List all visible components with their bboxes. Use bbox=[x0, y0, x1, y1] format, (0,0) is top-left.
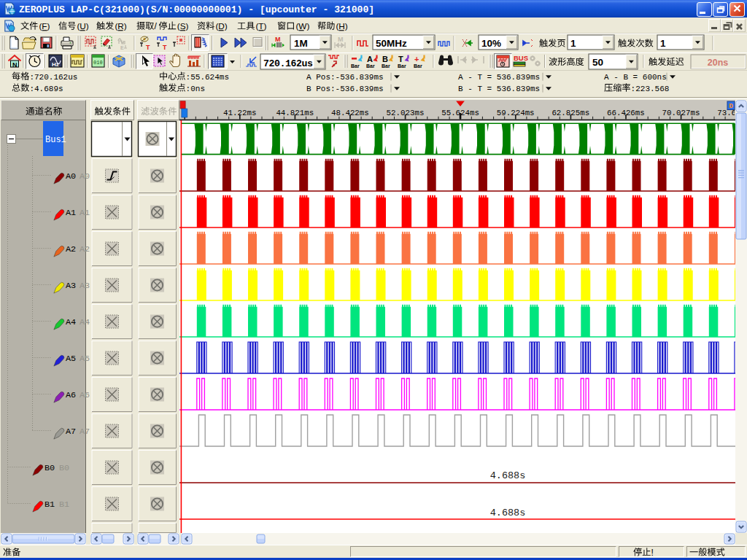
svg-text:A7: A7 bbox=[80, 427, 90, 437]
svg-text:1: 1 bbox=[570, 38, 576, 49]
svg-text:A - B = 600ns: A - B = 600ns bbox=[604, 73, 667, 82]
svg-text:ZEROPLUS LAP-C(321000)(S/N:000: ZEROPLUS LAP-C(321000)(S/N:00000000001) … bbox=[19, 4, 374, 15]
svg-text:A4: A4 bbox=[80, 317, 90, 327]
svg-text:B1: B1 bbox=[44, 499, 55, 510]
svg-text:A3: A3 bbox=[66, 281, 76, 291]
svg-text:A5: A5 bbox=[80, 354, 90, 364]
svg-text:A1: A1 bbox=[80, 208, 90, 218]
svg-text:A1: A1 bbox=[66, 208, 76, 218]
svg-text:(H): (H) bbox=[336, 21, 347, 31]
svg-text:10%: 10% bbox=[481, 38, 501, 49]
svg-text:B0: B0 bbox=[44, 463, 55, 473]
svg-text::223.568: :223.568 bbox=[631, 85, 670, 93]
svg-text:A2: A2 bbox=[80, 244, 90, 254]
svg-text:(D): (D) bbox=[215, 21, 227, 31]
svg-text:!: ! bbox=[651, 548, 654, 558]
svg-text:4.688s: 4.688s bbox=[490, 470, 526, 481]
svg-text:A0: A0 bbox=[66, 171, 76, 182]
svg-text:B0: B0 bbox=[59, 463, 69, 473]
svg-text:(W): (W) bbox=[295, 21, 309, 31]
svg-text:A3: A3 bbox=[80, 281, 90, 291]
svg-text:(U): (U) bbox=[77, 21, 88, 31]
svg-text:A0: A0 bbox=[80, 171, 90, 182]
svg-text:A - T = 536.839ms: A - T = 536.839ms bbox=[458, 73, 540, 82]
svg-text:A6: A6 bbox=[66, 390, 76, 400]
svg-text:20ns: 20ns bbox=[708, 58, 729, 68]
svg-text:D: D bbox=[729, 102, 733, 110]
svg-text:(S): (S) bbox=[177, 21, 189, 31]
svg-text::55.624ms: :55.624ms bbox=[186, 73, 229, 82]
svg-text:A Pos:-536.839ms: A Pos:-536.839ms bbox=[306, 73, 384, 82]
svg-text:B1: B1 bbox=[59, 499, 69, 510]
svg-text:B - T = 536.839ms: B - T = 536.839ms bbox=[458, 85, 540, 93]
svg-text:A6: A6 bbox=[80, 390, 90, 400]
svg-text:(F): (F) bbox=[39, 21, 50, 31]
svg-text:A7: A7 bbox=[66, 427, 76, 437]
svg-text:(T): (T) bbox=[255, 21, 266, 31]
svg-text:/: / bbox=[154, 21, 157, 31]
svg-text:720.162us: 720.162us bbox=[263, 58, 313, 69]
svg-text:A2: A2 bbox=[66, 244, 76, 254]
svg-text::0ns: :0ns bbox=[186, 85, 205, 93]
svg-text::720.162us: :720.162us bbox=[29, 73, 77, 82]
svg-text:50MHz: 50MHz bbox=[376, 38, 407, 49]
svg-text:50: 50 bbox=[592, 57, 603, 68]
svg-text:(R): (R) bbox=[115, 21, 126, 31]
svg-text:B Pos:-536.839ms: B Pos:-536.839ms bbox=[306, 85, 384, 93]
svg-text:1: 1 bbox=[660, 38, 666, 49]
svg-text:1M: 1M bbox=[294, 38, 308, 49]
svg-text:A5: A5 bbox=[66, 354, 76, 364]
svg-text::4.689s: :4.689s bbox=[29, 85, 63, 93]
svg-text:Bus1: Bus1 bbox=[45, 135, 66, 145]
svg-text:4.688s: 4.688s bbox=[490, 508, 526, 518]
svg-text:A4: A4 bbox=[66, 317, 76, 327]
